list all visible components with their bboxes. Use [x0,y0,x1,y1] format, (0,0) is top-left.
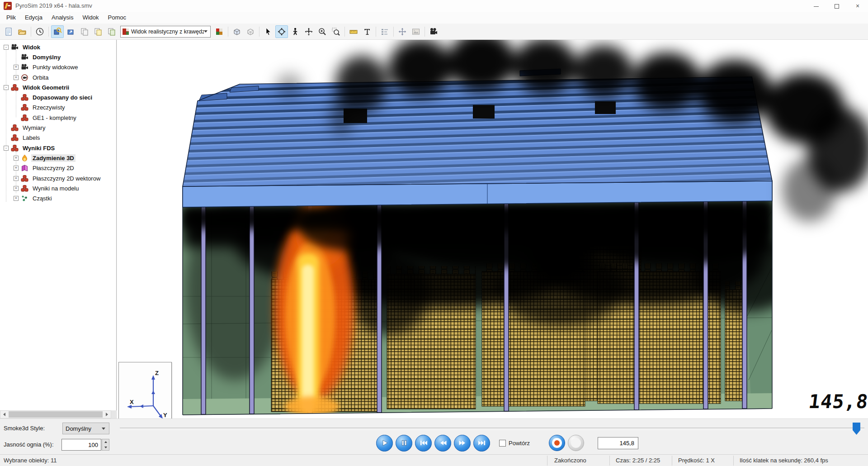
tree-item-widok-geometrii[interactable]: - Widok Geometrii [0,82,116,92]
expand-icon[interactable]: + [14,166,19,171]
geometry-blocks-icon [21,185,28,192]
record-button[interactable] [549,435,565,451]
expand-icon[interactable]: + [14,176,19,181]
menu-pomoc[interactable]: Pomoc [104,12,131,24]
view-mode-value: Widok realistyczny z krawędzi [131,29,204,35]
list-properties-button[interactable] [378,25,391,38]
tree-item-widok[interactable]: - Widok [0,42,116,52]
timeline-slider-track[interactable] [120,428,864,430]
solid-box-button[interactable] [231,25,243,38]
menu-bar: Plik Edycja Analysis Widok Pomoc [0,12,868,24]
chevron-down-icon [102,428,105,430]
tree-item-rzeczywisty[interactable]: Rzeczywisty [0,103,116,113]
menu-widok[interactable]: Widok [78,12,103,24]
play-button[interactable] [376,435,393,452]
tree-item-domyslny[interactable]: Domyślny [0,52,116,62]
tree-item-ge1-kompletny[interactable]: GE1 - kompletny [0,113,116,123]
measure-ruler-button[interactable] [347,25,360,38]
expand-icon[interactable]: + [14,65,19,70]
close-button[interactable]: × [847,0,868,12]
stepper-up-button[interactable] [102,439,109,445]
menu-analysis[interactable]: Analysis [47,12,78,24]
rewind-button[interactable] [434,435,451,452]
expand-icon[interactable]: + [14,196,19,201]
fire-simulation-scene [117,40,868,418]
geometry-blocks-icon [11,124,19,132]
geometry-blocks-icon [11,144,19,152]
stepper-down-button[interactable] [102,445,109,450]
skip-start-button[interactable] [415,435,432,452]
expand-icon[interactable]: + [14,75,19,80]
wire-box-button[interactable] [244,25,257,38]
copy-image-button[interactable] [92,25,104,38]
maximize-button[interactable] [826,0,847,12]
tree-item-orbita[interactable]: + Orbita [0,72,116,82]
fast-forward-button[interactable] [454,435,471,452]
zoom-in-tool-button[interactable] [316,25,329,38]
geometry-blocks-icon [21,94,28,101]
select-cursor-icon [264,27,273,36]
repeat-label: Powtórz [509,440,530,447]
text-label-button[interactable] [361,25,373,38]
minimize-button[interactable] [806,0,826,12]
tree-item-wymiary[interactable]: Wymiary [0,123,116,133]
timeline-slider-thumb[interactable] [853,423,860,435]
speed-status: Prędkość: 1 X [678,457,715,464]
tree-item-wyniki-fds[interactable]: - Wyniki FDS [0,143,116,153]
geometry-blocks-icon [21,175,28,182]
skip-end-button[interactable] [473,435,490,452]
menu-plik[interactable]: Plik [2,12,20,24]
repeat-checkbox[interactable] [499,440,506,447]
smoke3d-style-dropdown[interactable]: Domyślny [62,423,109,434]
view-mode-dropdown[interactable]: Widok realistyczny z krawędzi [120,26,211,38]
tree-item-wyniki-na-modelu[interactable]: + Wyniki na modelu [0,183,116,193]
move-axes-button[interactable] [396,25,409,38]
scroll-right-button[interactable] [103,411,111,418]
paste-view-button[interactable] [105,25,118,38]
tree-item-czastki[interactable]: + Cząstki [0,193,116,203]
collapse-icon[interactable]: - [4,45,9,50]
tree-item-dopasowany-do-sieci[interactable]: Dopasowany do sieci [0,92,116,102]
open-folder-button[interactable] [16,25,28,38]
fire-brightness-input[interactable] [61,439,101,451]
rewind-icon [439,439,448,447]
tree-item-punkty-widokowe[interactable]: + Punkty widokowe [0,62,116,72]
tree-item-labels[interactable]: Labels [0,133,116,143]
time-field[interactable] [598,437,638,449]
scrollbar-thumb[interactable] [9,411,103,418]
record-stop-button[interactable] [568,435,584,451]
orbit-tool-button[interactable] [275,25,288,38]
record-dot-icon [554,440,560,446]
move-axes-icon [398,27,407,36]
tree-horizontal-scrollbar[interactable] [0,410,111,418]
zoom-box-tool-button[interactable] [330,25,342,38]
record-movie-button[interactable] [427,25,440,38]
tree-item-plaszczyzny-2d[interactable]: + Płaszczyzny 2D [0,163,116,173]
scroll-left-button[interactable] [0,411,8,418]
copy-view-button[interactable] [78,25,91,38]
planes-2d-icon [21,164,28,172]
navigate-view-button[interactable] [65,25,77,38]
pause-button[interactable] [396,435,412,452]
expand-icon[interactable]: + [14,156,19,161]
fire-brightness-stepper[interactable] [102,439,109,451]
collapse-icon[interactable]: - [4,146,9,151]
simulation-time-display: 145,8 [807,390,868,413]
zoom-selected-button[interactable] [51,25,64,38]
new-file-button[interactable] [2,25,15,38]
tree-item-plaszczyzny-2d-wektorowe[interactable]: + Płaszczyzny 2D wektorow [0,173,116,183]
screenshot-button[interactable] [410,25,422,38]
history-clock-button[interactable] [33,25,46,38]
tree-item-label: Wyniki FDS [21,144,56,152]
select-cursor-button[interactable] [262,25,274,38]
zoom-in-tool-icon [318,27,327,36]
skip-start-icon [419,439,428,447]
collapse-icon[interactable]: - [4,85,9,90]
smokeview-button[interactable] [213,25,226,38]
expand-icon[interactable]: + [14,186,19,191]
tree-item-zadymienie-3d[interactable]: + Zadymienie 3D [0,153,116,163]
3d-viewport[interactable]: 145,8 Z X Y [117,40,868,418]
pan-tool-button[interactable] [302,25,315,38]
walk-tool-button[interactable] [289,25,302,38]
menu-edycja[interactable]: Edycja [20,12,47,24]
